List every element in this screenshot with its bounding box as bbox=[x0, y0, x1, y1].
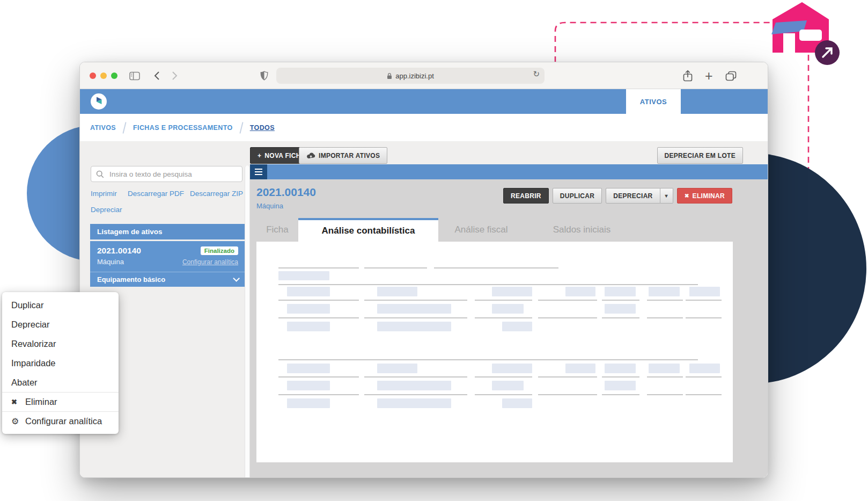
breadcrumb-fichas[interactable]: FICHAS E PROCESSAMENTO bbox=[133, 124, 233, 132]
main-area: + NOVA FICHA IMPORTAR ATIVOS DEPRECIAR E… bbox=[250, 142, 768, 477]
tab-saldos-iniciais[interactable]: Saldos iniciais bbox=[524, 218, 639, 242]
breadcrumb-todos[interactable]: TODOS bbox=[250, 124, 275, 132]
nav-tab-ativos[interactable]: ATIVOS bbox=[626, 89, 681, 114]
skeleton-block bbox=[649, 364, 680, 373]
tab-analise-contabilistica[interactable]: Análise contabilística bbox=[298, 218, 438, 242]
skeleton-line bbox=[647, 300, 683, 301]
breadcrumb-separator bbox=[239, 122, 243, 134]
skeleton-line bbox=[475, 300, 532, 301]
cloud-upload-icon bbox=[306, 153, 315, 159]
skeleton-line bbox=[278, 376, 359, 377]
breadcrumb-ativos[interactable]: ATIVOS bbox=[90, 124, 116, 132]
skeleton-block bbox=[605, 287, 636, 296]
reabrir-button[interactable]: REABRIR bbox=[503, 188, 549, 204]
depreciar-caret-icon[interactable]: ▾ bbox=[660, 188, 673, 204]
menu-item-revalorizar[interactable]: Revalorizar bbox=[2, 334, 119, 353]
skeleton-line bbox=[475, 376, 532, 377]
asset-context-menu: Duplicar Depreciar Revalorizar Imparidad… bbox=[2, 292, 119, 434]
back-icon[interactable] bbox=[154, 62, 160, 89]
skeleton-line bbox=[538, 394, 597, 395]
tab-analise-fiscal[interactable]: Análise fiscal bbox=[438, 218, 524, 242]
menu-item-imparidade[interactable]: Imparidade bbox=[2, 353, 119, 373]
search-input[interactable] bbox=[108, 170, 237, 179]
menu-item-duplicar[interactable]: Duplicar bbox=[2, 295, 119, 315]
skeleton-block bbox=[492, 364, 532, 373]
skeleton-block bbox=[565, 287, 595, 296]
share-icon[interactable] bbox=[683, 62, 693, 89]
address-bar[interactable]: app.izibizi.pt ↻ bbox=[276, 68, 545, 84]
link-imprimir[interactable]: Imprimir bbox=[91, 190, 117, 198]
minimize-window-button[interactable] bbox=[100, 72, 107, 79]
tab-overview-icon[interactable] bbox=[725, 62, 737, 89]
skeleton-line bbox=[538, 376, 597, 377]
skeleton-line bbox=[602, 300, 639, 301]
sidebar-toggle-icon[interactable] bbox=[129, 62, 140, 89]
skeleton-block bbox=[605, 381, 636, 390]
asset-search[interactable] bbox=[91, 166, 242, 182]
url-text: app.izibizi.pt bbox=[395, 72, 434, 80]
detail-subtitle: Máquina bbox=[256, 202, 283, 210]
skeleton-block bbox=[689, 364, 720, 373]
link-descarregar-pdf[interactable]: Descarregar PDF bbox=[128, 190, 184, 198]
skeleton-block bbox=[492, 381, 524, 390]
forward-icon[interactable] bbox=[172, 62, 178, 89]
skeleton-block bbox=[377, 364, 417, 373]
configure-analytics-link[interactable]: Configurar analítica bbox=[182, 258, 238, 266]
skeleton-block bbox=[605, 304, 636, 314]
skeleton-line bbox=[364, 394, 467, 395]
asset-category: Equipamento básico bbox=[97, 275, 165, 284]
content-scrollbar[interactable] bbox=[245, 165, 250, 477]
new-tab-icon[interactable]: + bbox=[705, 62, 713, 89]
skeleton-line bbox=[278, 300, 359, 301]
asset-card[interactable]: 2021.00140 Finalizado Máquina Configurar… bbox=[90, 241, 245, 287]
skeleton-block bbox=[492, 287, 532, 296]
skeleton-line bbox=[364, 300, 467, 301]
privacy-shield-icon[interactable] bbox=[260, 62, 268, 89]
skeleton-line bbox=[364, 267, 427, 268]
menu-item-abater[interactable]: Abater bbox=[2, 373, 119, 392]
link-depreciar[interactable]: Depreciar bbox=[91, 206, 122, 214]
tab-ficha[interactable]: Ficha bbox=[256, 218, 298, 242]
menu-item-configurar-analitica[interactable]: ⚙ Configurar analítica bbox=[2, 411, 119, 431]
zoom-window-button[interactable] bbox=[111, 72, 117, 79]
skeleton-line bbox=[475, 394, 532, 395]
gear-icon: ⚙ bbox=[11, 416, 25, 426]
main-toolbar: + NOVA FICHA IMPORTAR ATIVOS DEPRECIAR E… bbox=[250, 147, 768, 164]
asset-category-row[interactable]: Equipamento básico bbox=[90, 272, 245, 287]
reload-icon[interactable]: ↻ bbox=[533, 69, 540, 79]
skeleton-block bbox=[377, 304, 451, 314]
link-descarregar-zip[interactable]: Descarregar ZIP bbox=[190, 190, 243, 198]
skeleton-block bbox=[287, 398, 330, 408]
skeleton-line bbox=[538, 300, 597, 301]
skeleton-block bbox=[492, 304, 524, 314]
hamburger-menu-icon[interactable] bbox=[250, 164, 267, 179]
skeleton-block bbox=[287, 304, 330, 314]
traffic-lights bbox=[90, 72, 117, 79]
skeleton-block bbox=[377, 322, 451, 331]
warehouse-icon bbox=[771, 2, 840, 65]
detail-actions: REABRIR DUPLICAR DEPRECIAR ▾ ✖ ELIMINAR bbox=[503, 188, 732, 204]
importar-ativos-button[interactable]: IMPORTAR ATIVOS bbox=[299, 147, 387, 164]
detail-panel: 2021.00140 Máquina REABRIR DUPLICAR DEPR… bbox=[250, 179, 768, 477]
menu-item-depreciar[interactable]: Depreciar bbox=[2, 315, 119, 334]
skeleton-line bbox=[602, 394, 639, 395]
menu-item-eliminar[interactable]: ✖ Eliminar bbox=[2, 392, 119, 411]
detail-tabs: Ficha Análise contabilística Análise fis… bbox=[256, 218, 639, 242]
tab-content-skeleton bbox=[256, 242, 733, 462]
depreciar-em-lote-button[interactable]: DEPRECIAR EM LOTE bbox=[657, 147, 743, 164]
skeleton-line bbox=[475, 317, 532, 318]
eliminar-button[interactable]: ✖ ELIMINAR bbox=[677, 188, 732, 204]
skeleton-line bbox=[686, 300, 722, 301]
skeleton-block bbox=[287, 287, 330, 296]
izibizi-logo[interactable] bbox=[91, 93, 107, 110]
detail-title: 2021.00140 bbox=[256, 186, 316, 199]
blue-bar bbox=[250, 164, 768, 179]
app-navbar: ATIVOS bbox=[80, 89, 768, 114]
skeleton-line bbox=[647, 317, 683, 318]
skeleton-line bbox=[278, 394, 359, 395]
skeleton-line bbox=[278, 284, 698, 285]
asset-type: Máquina bbox=[97, 258, 124, 266]
close-window-button[interactable] bbox=[90, 72, 96, 79]
depreciar-button[interactable]: DEPRECIAR bbox=[606, 188, 660, 204]
duplicar-button[interactable]: DUPLICAR bbox=[553, 188, 602, 204]
